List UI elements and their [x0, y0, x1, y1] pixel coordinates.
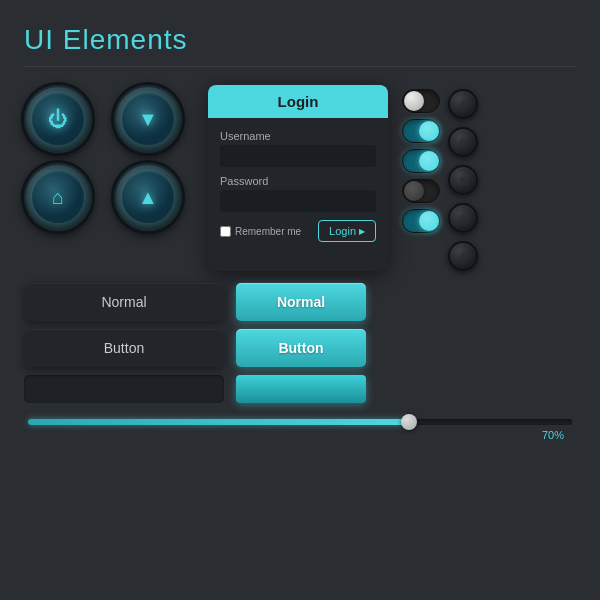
cyan-accent-bar	[236, 375, 366, 403]
login-footer: Remember me Login	[220, 220, 376, 242]
password-field: Password	[220, 175, 376, 212]
slider-track	[28, 419, 572, 425]
bottom-section: Normal Button Normal Button	[24, 283, 576, 403]
login-header: Login	[208, 85, 388, 118]
login-body: Username Password Remember me Login	[208, 118, 388, 254]
toggle-1-1[interactable]	[402, 89, 440, 113]
dial-4[interactable]	[448, 203, 478, 233]
slider-label: 70%	[28, 429, 572, 441]
slider-fill	[28, 419, 409, 425]
dial-col	[448, 89, 478, 271]
toggle-col-1	[402, 89, 440, 271]
username-label: Username	[220, 130, 376, 142]
download-icon: ▼	[138, 109, 158, 129]
round-buttons-area: ⏻ ▼ ⌂ ▲	[24, 85, 194, 271]
slider-thumb[interactable]	[401, 414, 417, 430]
button-cyan-button[interactable]: Button	[236, 329, 366, 367]
button-dark-button[interactable]: Button	[24, 329, 224, 367]
home-icon: ⌂	[52, 187, 64, 207]
password-input[interactable]	[220, 190, 376, 212]
home-button[interactable]: ⌂	[24, 163, 92, 231]
dial-5[interactable]	[448, 241, 478, 271]
slider-section: 70%	[24, 419, 576, 441]
upload-button[interactable]: ▲	[114, 163, 182, 231]
normal-cyan-button[interactable]: Normal	[236, 283, 366, 321]
cyan-buttons-col: Normal Button	[236, 283, 366, 403]
empty-bar	[24, 375, 224, 403]
remember-me-group: Remember me	[220, 226, 301, 237]
toggle-1-5[interactable]	[402, 209, 440, 233]
toggle-1-3[interactable]	[402, 149, 440, 173]
username-field: Username	[220, 130, 376, 167]
power-button[interactable]: ⏻	[24, 85, 92, 153]
main-container: UI Elements ⏻ ▼ ⌂ ▲ Login	[0, 0, 600, 600]
dial-3[interactable]	[448, 165, 478, 195]
power-icon: ⏻	[48, 109, 68, 129]
dial-2[interactable]	[448, 127, 478, 157]
dial-1[interactable]	[448, 89, 478, 119]
username-input[interactable]	[220, 145, 376, 167]
dark-buttons-col: Normal Button	[24, 283, 224, 403]
remember-me-label: Remember me	[235, 226, 301, 237]
divider	[24, 66, 576, 67]
toggle-1-4[interactable]	[402, 179, 440, 203]
toggles-section	[402, 85, 478, 271]
remember-me-checkbox[interactable]	[220, 226, 231, 237]
download-button[interactable]: ▼	[114, 85, 182, 153]
login-submit-button[interactable]: Login	[318, 220, 376, 242]
password-label: Password	[220, 175, 376, 187]
login-panel: Login Username Password Remember me Logi…	[208, 85, 388, 271]
upload-icon: ▲	[138, 187, 158, 207]
btn-grid: ⏻ ▼ ⌂ ▲	[24, 85, 194, 231]
normal-dark-button[interactable]: Normal	[24, 283, 224, 321]
toggle-1-2[interactable]	[402, 119, 440, 143]
page-title: UI Elements	[24, 24, 576, 56]
